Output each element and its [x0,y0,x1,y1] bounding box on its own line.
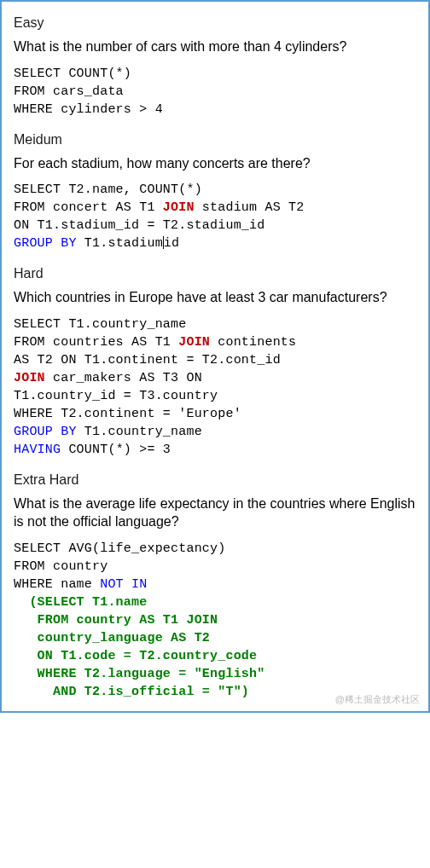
code-medium: SELECT T2.name, COUNT(*) FROM concert AS… [14,181,416,252]
code-token: continents [210,335,296,350]
keyword-join: JOIN [14,371,45,385]
keyword-notin: NOT IN [100,577,147,592]
code-token: WHERE name [14,577,100,592]
code-line: T1.country_id = T3.country [14,389,218,403]
keyword-having: HAVING [14,443,61,457]
code-line: ON T1.stadium_id = T2.stadium_id [14,218,264,233]
section-title-extrahard: Extra Hard [14,472,416,488]
question-hard: Which countries in Europe have at least … [14,288,416,307]
subquery-line: FROM country AS T1 JOIN [14,613,218,628]
code-token: FROM countries AS T1 [14,335,178,350]
document-container: Easy What is the number of cars with mor… [0,0,430,713]
code-line: SELECT T1.country_name [14,317,186,332]
watermark: @稀土掘金技术社区 [335,693,420,706]
subquery-line: (SELECT T1.name [14,595,147,610]
keyword-join: JOIN [178,335,210,350]
code-token: stadium AS T2 [195,200,305,215]
subquery-line: ON T1.code = T2.country_code [14,649,257,663]
subquery-line: WHERE T2.language = "English" [14,667,264,681]
code-token: T1.country_name [77,425,202,439]
code-token: id [164,236,179,251]
code-hard: SELECT T1.country_name FROM countries AS… [14,315,416,459]
question-extrahard: What is the average life expectancy in t… [14,495,416,531]
code-token: COUNT(*) >= 3 [61,443,171,457]
code-line: AS T2 ON T1.continent = T2.cont_id [14,353,281,367]
subquery-line: country_language AS T2 [14,631,210,645]
code-line: SELECT T2.name, COUNT(*) [14,182,202,197]
code-easy: SELECT COUNT(*) FROM cars_data WHERE cyl… [14,65,416,119]
code-line: WHERE cylinders > 4 [14,102,163,117]
keyword-groupby: GROUP BY [14,236,77,251]
code-line: SELECT COUNT(*) [14,67,131,81]
question-easy: What is the number of cars with more tha… [14,38,416,56]
code-token: FROM concert AS T1 [14,200,163,215]
section-title-easy: Easy [14,15,416,31]
code-line: SELECT AVG(life_expectancy) [14,541,225,556]
code-line: FROM cars_data [14,84,124,99]
question-medium: For each stadium, how many concerts are … [14,154,416,173]
section-title-medium: Meidum [14,132,416,148]
subquery-line: AND T2.is_official = "T") [14,685,249,699]
code-line: WHERE T2.continent = 'Europe' [14,407,241,421]
code-token: T1.stadium [77,236,163,251]
code-token: car_makers AS T3 ON [45,371,202,385]
keyword-groupby: GROUP BY [14,425,77,439]
section-title-hard: Hard [14,266,416,281]
keyword-join: JOIN [163,200,195,215]
code-line: FROM country [14,559,108,574]
code-extrahard: SELECT AVG(life_expectancy) FROM country… [14,540,416,701]
